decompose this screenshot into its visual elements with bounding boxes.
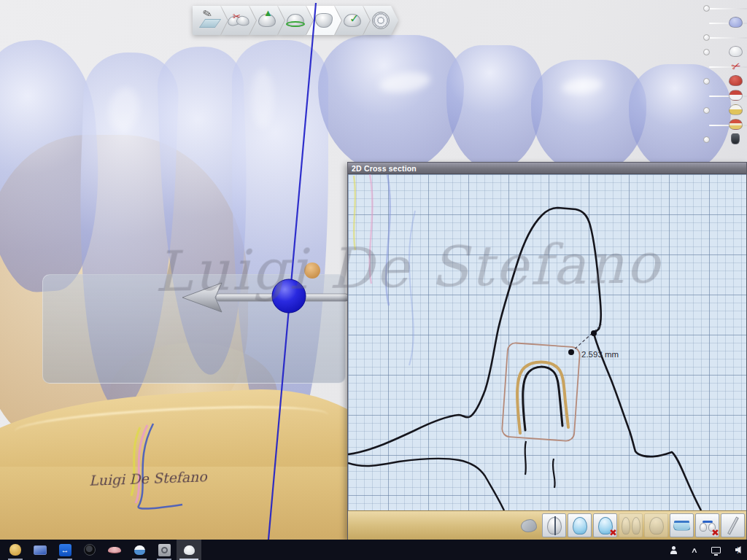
lips-icon [108,547,121,553]
tooth-pair-icon [632,517,640,534]
slider-rail [709,8,747,9]
pad-shape [199,19,221,28]
taskbar-dental-scan-app[interactable] [127,540,152,560]
red-tooth-icon[interactable] [729,75,743,86]
cross-section-panel: 2D Cross section [347,162,747,540]
dark-abutment-icon[interactable] [731,133,740,144]
taskbar-teamviewer[interactable]: ↔ [53,540,77,560]
slider-handle[interactable] [703,34,710,41]
slider-handle[interactable] [703,136,710,143]
system-tray: ∧ ) [667,540,747,560]
layer-antagonist[interactable] [702,16,747,31]
tooth-section-icon [547,517,562,534]
dental-cad-window: Luigi De Stefano Luigi De Stefano ✎ ✂ ▲ … [0,0,747,560]
taskbar-lips-app[interactable] [102,540,127,560]
slider-handle[interactable] [703,5,710,12]
coping-inner-outline [523,367,562,430]
cross-section-grid[interactable]: 2.593 mm [348,174,746,510]
tooth-blue-icon [134,545,145,555]
scissors-model-icon: ✂ [233,12,241,21]
measurement-point-b[interactable] [568,349,574,355]
cross-section-toolbar: ✖ ✖ [348,510,746,540]
blue-tooth-icon[interactable] [729,17,743,28]
taskbar-apps: ↔ [0,540,201,560]
layer-waxup[interactable] [702,45,747,60]
caliper-icon [727,516,739,534]
taskbar-app-blue-card[interactable] [28,540,53,560]
measurement-label: 2.593 mm [581,350,619,359]
white-tooth-icon [184,545,195,555]
red-x-icon: ✖ [711,527,719,538]
scissors-icon[interactable]: ✂ [730,58,743,74]
tooth-green-arrow-icon: ▲ [263,8,273,18]
slider-handle[interactable] [703,78,710,85]
layer-slider[interactable] [702,31,747,45]
antagonist-tooth-6 [446,45,543,171]
gingiva-profile-outline [348,459,504,510]
people-icon[interactable] [667,544,679,556]
layer-slider[interactable] [702,1,747,16]
layer-cut[interactable]: ✂ [702,60,747,74]
tooth-icon [649,517,664,534]
antagonist-tooth-5 [318,35,464,174]
layer-visibility-panel: ✂ [702,1,747,147]
freeform-tool-button[interactable] [516,513,541,537]
cd-disc-icon [372,12,390,29]
tooth-profile-outline [348,208,701,510]
slider-handle[interactable] [703,49,710,55]
freeform-blob-icon [521,519,537,532]
taskbar-app-gold-logo[interactable] [3,540,28,560]
red-x-icon: ✖ [609,527,617,538]
pencil-pad-icon: ✎ [201,7,214,22]
red-yellow-tooth-icon[interactable] [729,119,743,130]
show-base-platform-button[interactable] [670,513,694,537]
tooth-green-check-icon: ✓ [349,13,359,25]
gold-app-icon [9,544,21,556]
layer-implant[interactable] [702,133,747,147]
camera-lens-icon [84,544,96,556]
layer-crown[interactable] [702,104,747,118]
adjacent-teeth-button[interactable] [619,513,643,537]
tooth-pair-icon [622,517,630,534]
volume-icon[interactable]: ) [731,544,743,556]
tooth-green-band-icon [286,21,305,27]
scanbody-slab [42,274,346,384]
yellow-tooth-icon[interactable] [729,104,743,115]
sand-model-base-lower [0,467,372,540]
slider-rail [709,37,747,39]
taskbar-gray-utility[interactable] [152,540,177,560]
network-icon[interactable] [710,544,721,556]
measurement-point-a[interactable] [591,330,597,336]
show-anatomic-tooth-button[interactable] [568,513,592,537]
slider-handle[interactable] [703,107,710,114]
measure-tool-button[interactable] [721,513,745,537]
teamviewer-icon: ↔ [59,544,71,556]
single-tooth-button[interactable] [644,513,668,537]
specular-highlight [252,69,274,128]
base-platform-icon [673,521,691,531]
taskbar-dental-cad-app[interactable] [177,540,201,560]
cross-section-drawing: 2.593 mm [348,174,746,510]
measurement-line [571,324,602,352]
layer-coping[interactable] [702,118,747,133]
cross-section-title[interactable]: 2D Cross section [348,163,746,174]
white-tooth-icon[interactable] [729,46,743,57]
chevron-up-icon[interactable]: ∧ [686,544,703,556]
red-white-teeth-icon[interactable] [729,90,743,101]
taskbar-camera-app[interactable] [77,540,102,560]
crown-icon [315,13,333,28]
tooth-dome-icon [287,14,304,27]
layer-die[interactable] [702,74,747,89]
blue-card-icon [34,545,47,555]
gray-utility-icon [158,544,171,556]
tooth-section-plane-button[interactable] [542,513,566,537]
windows-taskbar: ↔ ∧ ) [0,540,747,560]
wizard-step-design-setup[interactable]: ✎ [193,6,228,35]
delete-tooth-section-button[interactable]: ✖ [593,513,617,537]
layer-gingiva[interactable] [702,89,747,104]
wizard-toolbar: ✎ ✂ ▲ ✓ [193,6,398,35]
blue-tooth-dome-icon [573,517,587,534]
delete-measurement-button[interactable]: ✖ [695,513,719,537]
